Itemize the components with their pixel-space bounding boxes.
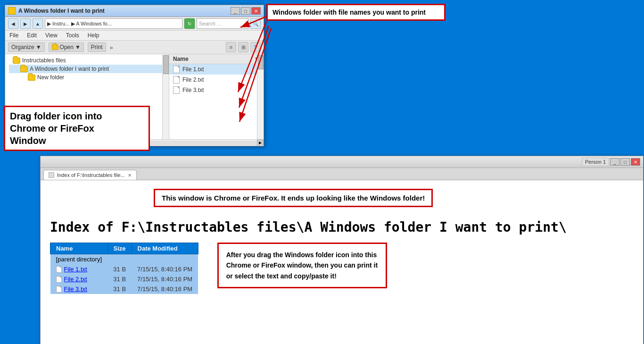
title-left: A Windows folder I want to print xyxy=(8,7,105,15)
browser-person-label: Person 1 xyxy=(582,158,609,166)
file1-date: 7/15/15, 8:40:16 PM xyxy=(132,264,198,274)
menu-edit[interactable]: Edit xyxy=(25,32,38,39)
open-arrow: ▼ xyxy=(75,44,81,50)
browser-tabbar: Index of F:\Instructables file... ✕ xyxy=(41,168,643,180)
file3-name: File 3.txt xyxy=(50,284,108,294)
file-icon-1 xyxy=(173,66,180,73)
help-icon[interactable]: ? xyxy=(250,42,261,52)
file2-name: File 2.txt xyxy=(50,274,108,284)
col-header-name: Name xyxy=(50,243,108,254)
file-item-1[interactable]: File 1.txt xyxy=(169,64,264,75)
organize-button[interactable]: Organize ▼ xyxy=(8,42,45,52)
file2-icon xyxy=(56,276,62,283)
file1-link[interactable]: File 1.txt xyxy=(64,266,87,273)
refresh-button[interactable]: ↻ xyxy=(184,18,195,29)
address-input[interactable]: ▶ Instru... ▶ A Windows fo... xyxy=(45,18,182,29)
file1-name: File 1.txt xyxy=(50,264,108,274)
table-row-parent[interactable]: [parent directory] xyxy=(50,254,198,265)
browser-titlebar: Person 1 _ □ ✕ xyxy=(41,156,643,168)
menu-help[interactable]: Help xyxy=(86,32,101,39)
drag-annotation-line1: Drag folder icon into xyxy=(10,111,102,121)
file3-icon xyxy=(56,286,62,293)
nav-item-windows-folder[interactable]: A Windows folder I want to print xyxy=(9,65,167,73)
folder-title-icon xyxy=(8,7,16,15)
view-details-icon[interactable]: ≡ xyxy=(226,42,236,52)
file-icon-2 xyxy=(173,76,180,84)
file-item-3[interactable]: File 3.txt xyxy=(169,85,264,95)
address-bar: ◀ ▶ ▲ ▶ Instru... ▶ A Windows fo... ↻ Se… xyxy=(5,17,264,31)
parent-dir-size xyxy=(107,254,132,265)
file2-date: 7/15/15, 8:40:16 PM xyxy=(132,274,198,284)
browser-tab-index[interactable]: Index of F:\Instructables file... ✕ xyxy=(43,170,137,180)
after-drag-text: After you drag the Windows folder icon i… xyxy=(226,251,378,280)
explorer-titlebar: A Windows folder I want to print _ □ ✕ xyxy=(5,5,264,17)
browser-close-btn[interactable]: ✕ xyxy=(631,158,640,166)
hscroll-right-btn[interactable]: ▶ xyxy=(257,140,264,146)
browser-minimize-btn[interactable]: _ xyxy=(610,158,619,166)
view-icons-icon[interactable]: ⊞ xyxy=(238,42,248,52)
menu-tools[interactable]: Tools xyxy=(65,32,81,39)
file2-size: 31 B xyxy=(107,274,132,284)
maximize-button[interactable]: □ xyxy=(241,7,250,15)
nav-item-instructables[interactable]: Instructables files xyxy=(9,56,167,65)
up-button[interactable]: ▲ xyxy=(33,18,43,29)
nav-item-label-instructables: Instructables files xyxy=(22,57,66,64)
files-scrollbar[interactable] xyxy=(257,54,264,139)
nav-scrollbar[interactable] xyxy=(162,54,169,139)
menu-view[interactable]: View xyxy=(44,32,59,39)
nav-item-new-folder[interactable]: New folder xyxy=(9,73,167,82)
chrome-annotation-box: This window is Chrome or FireFox. It end… xyxy=(154,189,433,207)
open-label: Open xyxy=(60,44,74,50)
folder-icon-new xyxy=(28,75,35,81)
parent-dir-name: [parent directory] xyxy=(50,254,108,265)
table-section: Name Size Date Modified [parent director… xyxy=(50,243,634,294)
files-scrollbar-thumb[interactable] xyxy=(258,55,264,69)
folder-icon-windows xyxy=(20,66,28,72)
toolbar-icon-group: ≡ ⊞ ? xyxy=(226,42,261,52)
search-input[interactable]: Search ... xyxy=(197,18,248,29)
file-name-1: File 1.txt xyxy=(182,66,204,73)
back-button[interactable]: ◀ xyxy=(8,18,18,29)
nav-scrollbar-thumb[interactable] xyxy=(163,55,169,74)
file-icon-3 xyxy=(173,86,180,94)
file-name-3: File 3.txt xyxy=(182,87,204,93)
chrome-annotation-text: This window is Chrome or FireFox. It end… xyxy=(162,194,425,202)
tab-close-icon[interactable]: ✕ xyxy=(128,173,132,178)
browser-window: Person 1 _ □ ✕ Index of F:\Instructables… xyxy=(40,156,644,344)
nav-tree: Instructables files A Windows folder I w… xyxy=(5,54,169,84)
browser-title-buttons: _ □ ✕ xyxy=(610,158,640,166)
tab-label: Index of F:\Instructables file... xyxy=(57,172,125,178)
file3-date: 7/15/15, 8:40:16 PM xyxy=(132,284,198,294)
close-button[interactable]: ✕ xyxy=(251,7,261,15)
col-header-date: Date Modified xyxy=(132,243,198,254)
table-row-file2[interactable]: File 2.txt 31 B 7/15/15, 8:40:16 PM xyxy=(50,274,198,284)
table-row-file3[interactable]: File 3.txt 31 B 7/15/15, 8:40:16 PM xyxy=(50,284,198,294)
drag-annotation-line3: Window xyxy=(10,135,46,146)
forward-button[interactable]: ▶ xyxy=(20,18,31,29)
drag-annotation-line2: Chrome or FireFox xyxy=(10,123,94,134)
nav-item-label-new: New folder xyxy=(37,74,64,81)
files-panel: Name ▼ File 1.txt File 2.txt File 3.txt xyxy=(169,54,264,139)
open-button[interactable]: Open ▼ xyxy=(49,42,84,52)
print-button[interactable]: Print xyxy=(88,42,106,52)
file2-link[interactable]: File 2.txt xyxy=(64,276,87,283)
file1-size: 31 B xyxy=(107,264,132,274)
bottom-left-annotation: Drag folder icon into Chrome or FireFox … xyxy=(4,106,150,151)
file3-link[interactable]: File 3.txt xyxy=(64,285,87,293)
table-row-file1[interactable]: File 1.txt 31 B 7/15/15, 8:40:16 PM xyxy=(50,264,198,274)
toolbar: Organize ▼ Open ▼ Print » ≡ ⊞ ? xyxy=(5,41,264,54)
tab-favicon xyxy=(49,172,54,178)
explorer-title: A Windows folder I want to print xyxy=(18,8,105,14)
browser-maximize-btn[interactable]: □ xyxy=(620,158,630,166)
nav-item-label-windows: A Windows folder I want to print xyxy=(30,66,109,72)
browser-content: This window is Chrome or FireFox. It end… xyxy=(41,180,643,344)
parent-dir-date xyxy=(132,254,198,265)
search-icon[interactable]: 🔍 xyxy=(250,18,261,29)
file-item-2[interactable]: File 2.txt xyxy=(169,75,264,85)
print-label: Print xyxy=(91,44,103,50)
minimize-button[interactable]: _ xyxy=(231,7,240,15)
folder-icon-instructables xyxy=(13,58,20,64)
top-right-annotation: Windows folder with file names you want … xyxy=(266,4,446,21)
menu-file[interactable]: File xyxy=(8,32,20,39)
top-right-annotation-text: Windows folder with file names you want … xyxy=(272,8,426,16)
